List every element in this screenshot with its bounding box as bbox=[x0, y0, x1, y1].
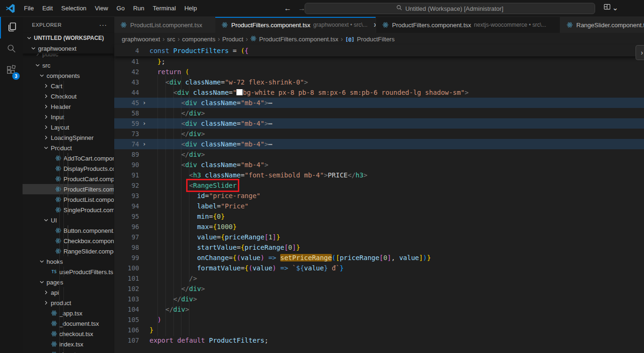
breadcrumb-item-productfilters-component-tsx[interactable]: ProductFilters.component.tsx bbox=[250, 35, 338, 43]
breadcrumb-item-product[interactable]: Product bbox=[222, 36, 243, 43]
code-line-106[interactable]: 106} bbox=[114, 325, 644, 335]
tree-indent-guide bbox=[63, 194, 64, 205]
tree-item-input[interactable]: Input bbox=[23, 112, 114, 122]
back-arrow-icon[interactable]: ← bbox=[284, 4, 291, 13]
code-line-92[interactable]: 92 <RangeSlider bbox=[114, 180, 644, 191]
tab-productfilters-component-tsx-1[interactable]: ProductFilters.component.tsxgraphwoonext… bbox=[215, 17, 376, 33]
tree-item-content: Checkout bbox=[23, 91, 77, 101]
fold-spacer bbox=[139, 304, 149, 315]
code-line-100[interactable]: 100 formatValue={(value) => `${value} đ`… bbox=[114, 263, 644, 273]
code-text: formatValue={(value) => `${value} đ`} bbox=[149, 263, 344, 273]
breadcrumb-item-graphwoonext[interactable]: graphwoonext bbox=[122, 36, 160, 43]
code-line-89[interactable]: 89 </div> bbox=[114, 149, 644, 160]
code-token bbox=[288, 264, 292, 272]
tree-item-ui[interactable]: UI bbox=[23, 215, 114, 225]
breadcrumb-item-src[interactable]: src bbox=[167, 36, 175, 43]
fold-chevron-icon[interactable]: › bbox=[139, 118, 149, 129]
tree-item-button-component-tsx[interactable]: Button.component.tsx bbox=[23, 225, 114, 236]
code-line-97[interactable]: 97 value={priceRange[1]} bbox=[114, 232, 644, 242]
chevron-right-icon bbox=[42, 123, 50, 131]
code-line-41[interactable]: 41 }; bbox=[114, 56, 644, 67]
code-line-58[interactable]: 58 </div> bbox=[114, 108, 644, 118]
code-line-107[interactable]: 107export default ProductFilters; bbox=[114, 335, 644, 345]
code-line-96[interactable]: 96 max={1000} bbox=[114, 222, 644, 232]
code-line-98[interactable]: 98 startValue={priceRange[0]} bbox=[114, 242, 644, 253]
tree-item-app-tsx[interactable]: _app.tsx bbox=[23, 308, 114, 318]
breadcrumb-item-productfilters[interactable]: [@]ProductFilters bbox=[345, 36, 394, 43]
tree-item-checkout[interactable]: Checkout bbox=[23, 91, 114, 101]
tree-item-checkbox-compone[interactable]: Checkbox.compone... bbox=[23, 236, 114, 246]
fold-chevron-icon[interactable]: › bbox=[139, 98, 149, 108]
more-actions-icon[interactable]: ··· bbox=[99, 21, 107, 29]
activity-item-explorer[interactable] bbox=[0, 17, 23, 38]
code-token: div bbox=[189, 285, 201, 292]
activity-item-search[interactable] bbox=[0, 38, 23, 60]
tree-item-productlist-compon[interactable]: ProductList.compon... bbox=[23, 194, 114, 205]
tab-rangeslider-component-tsx-3[interactable]: RangeSlider.component.tsx bbox=[560, 17, 644, 33]
tree-item-singleproduct-comp[interactable]: SingleProduct.comp... bbox=[23, 205, 114, 215]
layout-controls[interactable]: ⌄ bbox=[604, 3, 618, 12]
tree-item-addtocart-compone[interactable]: AddToCart.compone... bbox=[23, 153, 114, 163]
code-line-90[interactable]: 90 <div className="mb-4"> bbox=[114, 160, 644, 170]
breadcrumb-item-components[interactable]: components bbox=[182, 36, 215, 43]
tab-productlist-component-tsx-0[interactable]: ProductList.component.tsx bbox=[114, 17, 215, 33]
code-line-101[interactable]: 101 /> bbox=[114, 273, 644, 284]
menu-file[interactable]: File bbox=[20, 3, 38, 14]
code-line-74[interactable]: 74› <div className="mb-4">⋯ bbox=[114, 139, 644, 149]
tree-item-content: components bbox=[23, 70, 80, 81]
tree-item-rangeslider-compon[interactable]: RangeSlider.compon... bbox=[23, 246, 114, 256]
tree-item-label: src bbox=[42, 62, 50, 69]
tree-item-graphwoonext[interactable]: graphwoonext bbox=[23, 43, 114, 54]
menu-view[interactable]: View bbox=[91, 3, 112, 14]
code-line-91[interactable]: 91 <h3 className="font-semibold mb-4">PR… bbox=[114, 170, 644, 180]
code-line-104[interactable]: 104 </div> bbox=[114, 304, 644, 315]
menu-terminal[interactable]: Terminal bbox=[149, 3, 180, 14]
command-center-search[interactable]: Untitled (Workspace) [Administrator] bbox=[305, 3, 595, 14]
tree-item-productfilters-comp[interactable]: ProductFilters.comp... bbox=[23, 184, 114, 194]
tree-item-header[interactable]: Header bbox=[23, 101, 114, 112]
tree-item-untitled-workspace[interactable]: UNTITLED (WORKSPACE) bbox=[23, 33, 114, 43]
menu-go[interactable]: Go bbox=[112, 3, 129, 14]
code-line-73[interactable]: 73 </div> bbox=[114, 129, 644, 139]
code-line-94[interactable]: 94 label="Price" bbox=[114, 201, 644, 211]
code-line-103[interactable]: 103 </div> bbox=[114, 294, 644, 304]
tree-item-src[interactable]: src bbox=[23, 60, 114, 70]
tree-item-hooks[interactable]: hooks bbox=[23, 256, 114, 267]
tree-item-api[interactable]: api bbox=[23, 287, 114, 298]
sticky-scroll-line[interactable]: 4const ProductFilters = ({ bbox=[114, 45, 644, 56]
tree-item-product[interactable]: Product bbox=[23, 143, 114, 153]
tree-item-components[interactable]: components bbox=[23, 70, 114, 81]
code-line-59[interactable]: 59› <div className="mb-4">⋯ bbox=[114, 118, 644, 129]
tree-item-pages[interactable]: pages bbox=[23, 277, 114, 287]
menu-run[interactable]: Run bbox=[129, 3, 149, 14]
tree-item-product[interactable]: product bbox=[23, 298, 114, 308]
activity-item-extensions[interactable]: 3 bbox=[0, 60, 23, 82]
tree-item-productcard-compo[interactable]: ProductCard.compo... bbox=[23, 174, 114, 184]
fold-chevron-icon[interactable]: › bbox=[139, 139, 149, 149]
tree-item-cart[interactable]: Cart bbox=[23, 81, 114, 91]
tree-item-displayproducts-co[interactable]: DisplayProducts.co... bbox=[23, 163, 114, 174]
code-line-93[interactable]: 93 id="price-range" bbox=[114, 191, 644, 201]
tree-item-checkout-tsx[interactable]: checkout.tsx bbox=[23, 329, 114, 339]
tree-item-shop-tsx[interactable]: shop.tsx bbox=[23, 349, 114, 353]
code-line-42[interactable]: 42 return ( bbox=[114, 67, 644, 77]
scroll-right-button[interactable]: › bbox=[636, 45, 644, 60]
tree-item-layout[interactable]: Layout bbox=[23, 122, 114, 132]
code-line-105[interactable]: 105 ) bbox=[114, 315, 644, 325]
code-line-43[interactable]: 43 <div className="w-72 flex-shrink-0"> bbox=[114, 77, 644, 87]
tree-item-public[interactable]: public bbox=[23, 54, 114, 60]
code-line-45[interactable]: 45› <div className="mb-4">⋯ bbox=[114, 98, 644, 108]
tree-item-document-tsx[interactable]: _document.tsx bbox=[23, 318, 114, 329]
menu-edit[interactable]: Edit bbox=[38, 3, 57, 14]
tab-productfilters-component-tsx-2[interactable]: ProductFilters.component.tsxnextjs-wooco… bbox=[376, 17, 560, 33]
code-line-102[interactable]: 102 </div> bbox=[114, 284, 644, 294]
tree-item-index-tsx[interactable]: index.tsx bbox=[23, 339, 114, 349]
tree-item-loadingspinner[interactable]: LoadingSpinner bbox=[23, 132, 114, 143]
tree-item-useproductfilters-ts[interactable]: TSuseProductFilters.ts bbox=[23, 267, 114, 277]
code-line-95[interactable]: 95 min={0} bbox=[114, 211, 644, 222]
menu-help[interactable]: Help bbox=[180, 3, 201, 14]
code-line-99[interactable]: 99 onChange={(value) => setPriceRange([p… bbox=[114, 253, 644, 263]
code-line-4[interactable]: 4const ProductFilters = ({ bbox=[114, 46, 249, 56]
menu-selection[interactable]: Selection bbox=[57, 3, 90, 14]
code-line-44[interactable]: 44 <div className="bg-white px-8 pb-8 sm… bbox=[114, 87, 644, 98]
